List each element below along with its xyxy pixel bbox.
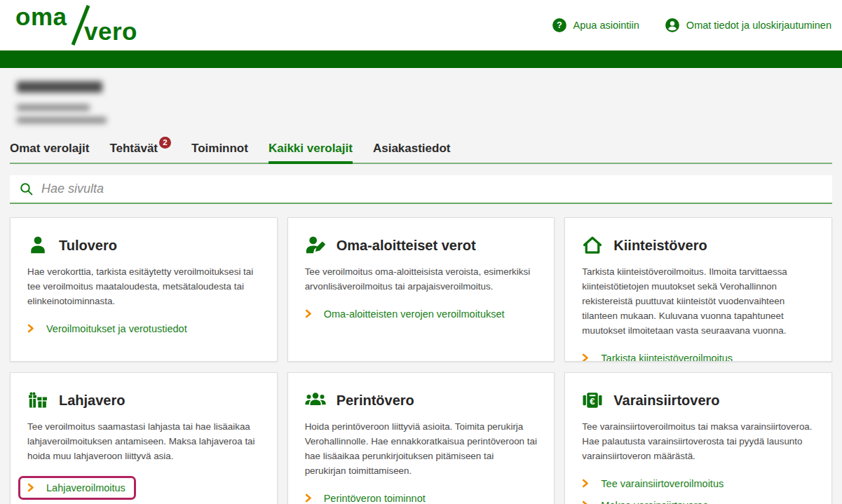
card-kiinteistovero: Kiinteistövero Tarkista kiinteistöveroil…	[564, 217, 832, 362]
help-link-label: Apua asiointiin	[573, 20, 639, 31]
tasks-count-badge: 2	[159, 137, 171, 149]
user-name-blurred	[17, 81, 102, 93]
search-icon	[19, 182, 34, 196]
link-lahjaveroilmoitus[interactable]: Lahjaveroilmoitus	[27, 480, 125, 496]
link-veroilmoitukset-ja-verotustiedot[interactable]: Veroilmoitukset ja verotustiedot	[27, 321, 187, 336]
link-label: Oma-aloitteisten verojen veroilmoitukset	[324, 308, 505, 320]
profile-logout-label: Omat tiedot ja uloskirjautuminen	[686, 20, 831, 31]
card-description: Tee varainsiirtoveroilmoitus tai maksa v…	[582, 420, 815, 464]
svg-text:€: €	[590, 396, 596, 407]
people-icon	[305, 390, 326, 411]
home-icon	[582, 235, 603, 256]
card-links: Veroilmoitukset ja verotustiedot	[27, 321, 260, 336]
user-address-line1-blurred	[17, 104, 90, 111]
card-header: Tulovero	[27, 235, 260, 256]
link-tarkista-kiinteistoveroilmoitus[interactable]: Tarkista kiinteistöveroilmoitus	[582, 350, 733, 362]
gift-icon	[27, 390, 48, 411]
help-link[interactable]: ? Apua asiointiin	[552, 18, 639, 33]
tab-label: Toiminnot	[191, 142, 248, 155]
card-header: Perintövero	[305, 390, 538, 411]
tab-kaikki-verolajit[interactable]: Kaikki verolajit	[269, 142, 353, 156]
link-oma-aloitteisten-verojen-veroilmoitukset[interactable]: Oma-aloitteisten verojen veroilmoitukset	[305, 306, 505, 322]
card-title: Oma-aloitteiset verot	[337, 238, 476, 254]
wallet-euro-icon: €	[582, 390, 603, 411]
chevron-right-icon	[582, 353, 589, 362]
tab-omat-verolajit[interactable]: Omat verolajit	[10, 142, 89, 156]
chevron-right-icon	[27, 324, 34, 333]
person-icon	[27, 235, 48, 256]
card-links: Oma-aloitteisten verojen veroilmoitukset	[305, 306, 538, 322]
tab-label: Asiakastiedot	[373, 142, 451, 155]
chevron-right-icon	[582, 479, 589, 488]
chevron-right-icon	[305, 493, 312, 503]
card-title: Kiinteistövero	[613, 238, 707, 254]
tab-label: Kaikki verolajit	[269, 142, 353, 155]
card-title: Lahjavero	[59, 393, 125, 409]
card-description: Tee veroilmoitus oma-aloitteisista veroi…	[305, 265, 538, 294]
link-maksa-varainsiirtoveroa[interactable]: Maksa varainsiirtoveroa	[582, 498, 708, 504]
logo-text-oma: oma	[15, 3, 67, 31]
tab-tehtavat[interactable]: Tehtävät2	[109, 142, 171, 156]
link-label: Lahjaveroilmoitus	[46, 482, 125, 493]
card-description: Hae verokorttia, tarkista esitäytetty ve…	[27, 265, 260, 309]
tax-type-cards: Tulovero Hae verokorttia, tarkista esitä…	[10, 217, 832, 504]
user-icon	[665, 18, 680, 33]
card-oma-aloitteiset-verot: Oma-aloitteiset verot Tee veroilmoitus o…	[287, 217, 555, 362]
card-links: Tarkista kiinteistöveroilmoitus	[582, 350, 815, 362]
card-links: Perintöveron toiminnot	[305, 491, 538, 504]
main-tabs: Omat verolajit Tehtävät2 Toiminnot Kaikk…	[10, 142, 832, 164]
link-label: Maksa varainsiirtoveroa	[601, 500, 708, 504]
card-lahjavero: Lahjavero Tee veroilmoitus saamastasi la…	[10, 372, 278, 504]
chevron-right-icon	[305, 309, 312, 318]
card-perintovero: Perintövero Hoida perintöveroon liittyvi…	[287, 372, 555, 504]
card-header: Oma-aloitteiset verot	[305, 235, 538, 256]
card-varainsiirtovero: € Varainsiirtovero Tee varainsiirtoveroi…	[564, 372, 832, 504]
link-label: Veroilmoitukset ja verotustiedot	[46, 323, 187, 334]
user-info-panel	[0, 68, 842, 138]
user-address-line2-blurred	[17, 117, 107, 123]
page-search-bar	[10, 175, 832, 204]
person-edit-icon	[305, 235, 326, 256]
card-tulovero: Tulovero Hae verokorttia, tarkista esitä…	[10, 217, 278, 362]
card-links: Lahjaveroilmoitus Lahjaveron toiminnot	[27, 476, 260, 504]
card-description: Hoida perintöveroon liittyviä asioita. T…	[305, 420, 538, 479]
link-perintoveron-toiminnot[interactable]: Perintöveron toiminnot	[305, 491, 426, 504]
tab-asiakastiedot[interactable]: Asiakastiedot	[373, 142, 451, 156]
search-input[interactable]	[41, 182, 823, 196]
header-links: ? Apua asiointiin Omat tiedot ja uloskir…	[552, 0, 831, 50]
card-header: Kiinteistövero	[582, 235, 815, 256]
help-icon: ?	[552, 18, 567, 33]
card-header: € Varainsiirtovero	[582, 390, 815, 411]
link-tee-varainsiirtoveroilmoitus[interactable]: Tee varainsiirtoveroilmoitus	[582, 476, 724, 491]
tab-label: Omat verolajit	[10, 142, 89, 155]
tab-toiminnot[interactable]: Toiminnot	[191, 142, 248, 156]
logo-text-vero: vero	[84, 18, 137, 46]
card-description: Tarkista kiinteistöveroilmoitus. Ilmoita…	[582, 265, 815, 339]
card-title: Perintövero	[337, 393, 414, 409]
top-header: oma vero ? Apua asiointiin Omat tiedot j…	[0, 0, 842, 50]
profile-logout-link[interactable]: Omat tiedot ja uloskirjautuminen	[665, 18, 831, 33]
chevron-right-icon	[27, 483, 34, 492]
link-label: Perintöveron toiminnot	[324, 493, 426, 504]
card-title: Varainsiirtovero	[613, 393, 719, 409]
card-header: Lahjavero	[27, 390, 260, 411]
card-description: Tee veroilmoitus saamastasi lahjasta tai…	[27, 420, 260, 464]
green-banner	[0, 50, 842, 68]
chevron-right-icon	[582, 500, 589, 504]
svg-text:?: ?	[557, 20, 562, 30]
link-label: Tee varainsiirtoveroilmoitus	[601, 478, 724, 489]
omavero-logo[interactable]: oma vero	[15, 3, 142, 48]
card-title: Tulovero	[59, 238, 117, 254]
tab-label: Tehtävät	[109, 142, 158, 155]
link-label: Tarkista kiinteistöveroilmoitus	[601, 353, 733, 362]
highlight-box: Lahjaveroilmoitus	[18, 476, 136, 500]
card-links: Tee varainsiirtoveroilmoitus Maksa varai…	[582, 476, 815, 504]
